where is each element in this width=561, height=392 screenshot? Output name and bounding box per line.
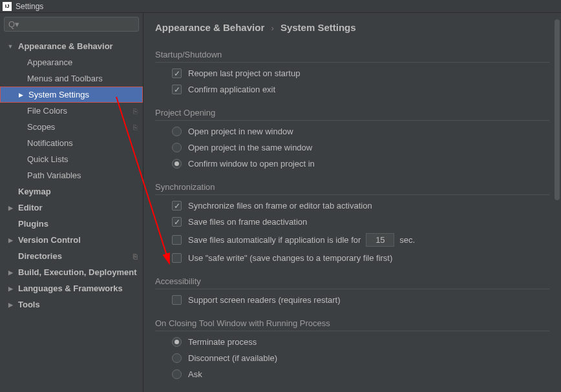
- radio-icon[interactable]: [172, 353, 182, 363]
- chevron-right-icon: ▶: [6, 302, 14, 308]
- tree-quick-lists[interactable]: Quick Lists: [0, 151, 143, 167]
- option-label: Terminate process: [188, 337, 257, 347]
- option-save-deactivation[interactable]: Save files on frame deactivation: [155, 214, 549, 230]
- app-icon: IJ: [3, 2, 12, 11]
- chevron-right-icon: ▶: [6, 205, 14, 211]
- checkbox-icon[interactable]: [172, 253, 182, 263]
- tree-label: File Colors: [27, 106, 67, 116]
- checkbox-icon[interactable]: [172, 85, 182, 94]
- tree-appearance[interactable]: Appearance: [0, 54, 143, 70]
- checkbox-icon[interactable]: [172, 68, 182, 78]
- tree-path-variables[interactable]: Path Variables: [0, 167, 143, 183]
- titlebar: IJ Settings: [0, 0, 561, 13]
- option-confirm-window[interactable]: Confirm window to open project in: [155, 156, 549, 172]
- tree-build[interactable]: ▶ Build, Execution, Deployment: [0, 264, 143, 280]
- option-label: Confirm application exit: [188, 85, 275, 94]
- scrollbar[interactable]: [553, 13, 561, 392]
- option-same-window[interactable]: Open project in the same window: [155, 139, 549, 156]
- section-accessibility: Accessibility: [155, 276, 549, 292]
- settings-tree: ▼ Appearance & Behavior Appearance Menus…: [0, 36, 143, 392]
- option-label: Open project in new window: [188, 127, 293, 136]
- option-ask[interactable]: Ask: [155, 366, 549, 382]
- breadcrumb-parent[interactable]: Appearance & Behavior: [155, 22, 264, 33]
- tree-tools[interactable]: ▶ Tools: [0, 296, 143, 313]
- breadcrumb-separator: ›: [267, 23, 277, 33]
- section-project-opening: Project Opening: [155, 108, 549, 123]
- tree-label: Tools: [18, 300, 40, 309]
- option-label-suffix: sec.: [399, 235, 415, 245]
- project-icon: ⎘: [133, 107, 138, 115]
- tree-editor[interactable]: ▶ Editor: [0, 200, 143, 216]
- checkbox-icon[interactable]: [172, 217, 182, 227]
- option-confirm-exit[interactable]: Confirm application exit: [155, 81, 549, 98]
- option-label: Save files on frame deactivation: [188, 217, 307, 227]
- tree-notifications[interactable]: Notifications: [0, 135, 143, 151]
- project-icon: ⎘: [133, 123, 138, 131]
- section-closing: On Closing Tool Window with Running Proc…: [155, 318, 549, 334]
- option-label: Use "safe write" (save changes to a temp…: [188, 253, 392, 263]
- tree-label: Appearance: [27, 57, 72, 67]
- option-screen-readers[interactable]: Support screen readers (requires restart…: [155, 292, 549, 308]
- scrollbar-thumb[interactable]: [555, 19, 560, 200]
- breadcrumb: Appearance & Behavior › System Settings: [155, 19, 549, 39]
- radio-icon[interactable]: [172, 159, 182, 169]
- tree-appearance-behavior[interactable]: ▼ Appearance & Behavior: [0, 38, 143, 54]
- option-label: Open project in the same window: [188, 143, 312, 152]
- option-label: Disconnect (if available): [188, 353, 277, 363]
- option-disconnect[interactable]: Disconnect (if available): [155, 350, 549, 366]
- tree-label: Appearance & Behavior: [18, 41, 113, 51]
- option-label: Confirm window to open project in: [188, 159, 315, 169]
- tree-keymap[interactable]: ▶ Keymap: [0, 183, 143, 200]
- option-label: Support screen readers (requires restart…: [188, 295, 341, 305]
- radio-icon[interactable]: [172, 369, 182, 379]
- tree-label: Directories: [18, 251, 62, 261]
- radio-icon[interactable]: [172, 127, 182, 136]
- option-label: Reopen last project on startup: [188, 68, 300, 78]
- idle-seconds-input[interactable]: [366, 233, 394, 247]
- tree-label: Path Variables: [27, 170, 81, 180]
- tree-label: Version Control: [18, 235, 81, 245]
- tree-label: Menus and Toolbars: [27, 74, 103, 83]
- section-sync: Synchronization: [155, 182, 549, 198]
- tree-label: Scopes: [27, 122, 55, 132]
- option-label: Save files automatically if application …: [188, 235, 361, 245]
- option-new-window[interactable]: Open project in new window: [155, 123, 549, 139]
- tree-label: System Settings: [28, 90, 89, 99]
- chevron-right-icon: ▶: [6, 285, 14, 292]
- radio-icon[interactable]: [172, 337, 182, 347]
- tree-version-control[interactable]: ▶ Version Control: [0, 232, 143, 248]
- option-sync-files[interactable]: Synchronize files on frame or editor tab…: [155, 198, 549, 214]
- tree-label: Editor: [18, 203, 43, 212]
- radio-icon[interactable]: [172, 143, 182, 152]
- tree-system-settings[interactable]: ▶ System Settings: [0, 87, 143, 103]
- sidebar: ▼ Appearance & Behavior Appearance Menus…: [0, 13, 143, 392]
- checkbox-icon[interactable]: [172, 201, 182, 211]
- tree-label: Languages & Frameworks: [18, 284, 123, 293]
- checkbox-icon[interactable]: [172, 295, 182, 305]
- option-label: Synchronize files on frame or editor tab…: [188, 201, 372, 211]
- checkbox-icon[interactable]: [172, 235, 182, 245]
- window-title: Settings: [16, 2, 43, 11]
- tree-label: Notifications: [27, 138, 73, 148]
- option-save-auto[interactable]: Save files automatically if application …: [155, 230, 549, 250]
- project-icon: ⎘: [133, 253, 138, 260]
- tree-file-colors[interactable]: File Colors ⎘: [0, 103, 143, 119]
- chevron-right-icon: ▶: [6, 237, 14, 243]
- tree-plugins[interactable]: ▶ Plugins: [0, 216, 143, 232]
- tree-languages[interactable]: ▶ Languages & Frameworks: [0, 280, 143, 296]
- option-reopen[interactable]: Reopen last project on startup: [155, 65, 549, 81]
- tree-label: Build, Execution, Deployment: [18, 267, 136, 277]
- chevron-down-icon: ▼: [6, 43, 14, 50]
- tree-label: Quick Lists: [27, 154, 69, 164]
- breadcrumb-current: System Settings: [280, 22, 356, 33]
- option-terminate[interactable]: Terminate process: [155, 334, 549, 350]
- tree-label: Plugins: [18, 219, 48, 229]
- option-safe-write[interactable]: Use "safe write" (save changes to a temp…: [155, 250, 549, 266]
- chevron-right-icon: ▶: [17, 92, 25, 98]
- tree-directories[interactable]: ▶ Directories ⎘: [0, 248, 143, 264]
- main-panel: Appearance & Behavior › System Settings …: [143, 13, 561, 392]
- search-input[interactable]: [4, 17, 139, 32]
- tree-menus-toolbars[interactable]: Menus and Toolbars: [0, 70, 143, 87]
- tree-scopes[interactable]: Scopes ⎘: [0, 119, 143, 135]
- option-label: Ask: [188, 369, 202, 379]
